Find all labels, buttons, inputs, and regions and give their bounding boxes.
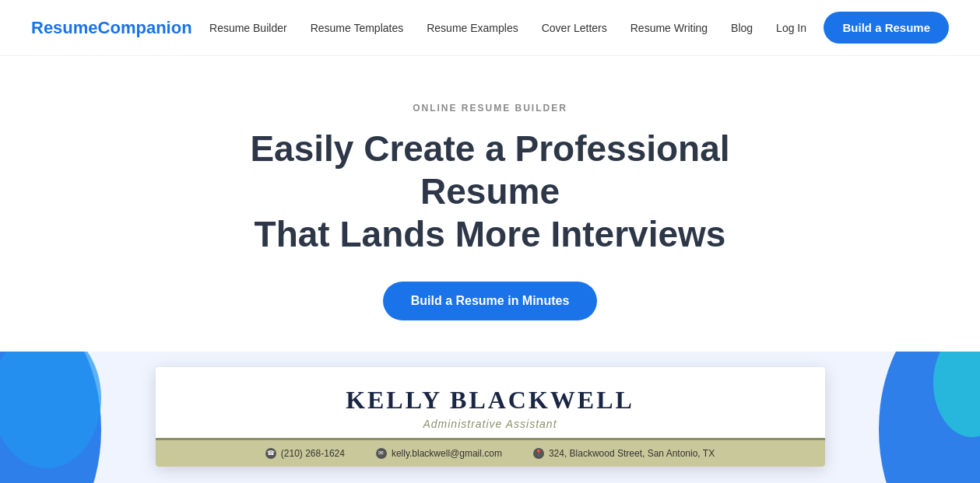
resume-contact-email: ✉ kelly.blackwell@gmail.com [376, 448, 502, 459]
nav-resume-builder[interactable]: Resume Builder [209, 22, 287, 34]
resume-card-header: KELLY BLACKWELL Administrative Assistant [156, 367, 825, 440]
deco-right-shape [855, 352, 980, 483]
resume-card: KELLY BLACKWELL Administrative Assistant… [156, 367, 825, 467]
header: ResumeCompanion Resume Builder Resume Te… [0, 0, 980, 56]
resume-contact-bar: ☎ (210) 268-1624 ✉ kelly.blackwell@gmail… [156, 440, 825, 467]
resume-preview-section: KELLY BLACKWELL Administrative Assistant… [0, 352, 980, 483]
hero-section: ONLINE RESUME BUILDER Easily Create a Pr… [0, 56, 980, 352]
nav-resume-examples[interactable]: Resume Examples [427, 22, 518, 34]
resume-name: KELLY BLACKWELL [171, 386, 810, 415]
nav-resume-writing[interactable]: Resume Writing [631, 22, 708, 34]
hero-title-line1: Easily Create a Professional Resume [250, 128, 729, 212]
nav-cover-letters[interactable]: Cover Letters [542, 22, 607, 34]
build-resume-hero-button[interactable]: Build a Resume in Minutes [383, 282, 598, 320]
nav-blog[interactable]: Blog [731, 22, 753, 34]
logo-companion: Companion [98, 18, 192, 37]
main-nav: Resume Builder Resume Templates Resume E… [209, 22, 806, 34]
nav-resume-templates[interactable]: Resume Templates [311, 22, 404, 34]
logo-link[interactable]: ResumeCompanion [31, 18, 192, 38]
hero-subtitle: ONLINE RESUME BUILDER [31, 103, 949, 114]
build-resume-header-button[interactable]: Build a Resume [824, 12, 949, 44]
resume-role: Administrative Assistant [171, 418, 810, 430]
resume-contact-phone: ☎ (210) 268-1624 [265, 448, 345, 459]
resume-location-text: 324, Blackwood Street, San Antonio, TX [549, 448, 715, 459]
nav-log-in[interactable]: Log In [776, 22, 806, 34]
resume-contact-location: 📍 324, Blackwood Street, San Antonio, TX [533, 448, 715, 459]
resume-email-text: kelly.blackwell@gmail.com [392, 448, 502, 459]
resume-phone-text: (210) 268-1624 [281, 448, 345, 459]
logo-resume: Resume [31, 18, 98, 37]
email-icon: ✉ [376, 448, 387, 459]
hero-title: Easily Create a Professional Resume That… [218, 128, 763, 257]
deco-left-shape [0, 352, 125, 483]
phone-icon: ☎ [265, 448, 276, 459]
hero-title-line2: That Lands More Interviews [255, 214, 726, 254]
location-icon: 📍 [533, 448, 544, 459]
